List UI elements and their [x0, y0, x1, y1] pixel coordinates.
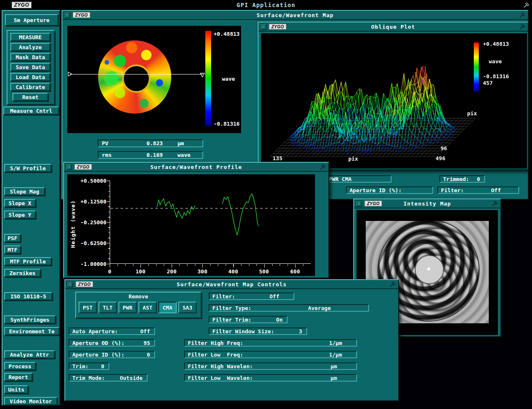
scanline-right-marker[interactable]: [200, 72, 205, 78]
filter-trim-field[interactable]: Filter Trim: On: [209, 316, 288, 323]
phase-map-donut: [98, 40, 171, 114]
trimmed-field[interactable]: Trimmed: 0: [439, 175, 485, 183]
close-icon[interactable]: [64, 12, 70, 18]
zygo-logo: ZYGO: [76, 281, 93, 287]
remove-sa3-button[interactable]: SA3: [178, 302, 197, 313]
pin-icon[interactable]: [492, 201, 498, 206]
filter-type-field[interactable]: Filter Type: Average: [209, 304, 369, 312]
pin-icon[interactable]: [320, 164, 326, 170]
auto-aperture-field[interactable]: Auto Aperture: Off: [69, 327, 155, 335]
map-window-titlebar[interactable]: ZYGO Surface/Wavefront Map: [62, 11, 528, 20]
filter-trim-value: On: [276, 317, 283, 323]
sidebar-item-slope-mag[interactable]: Slope Mag: [4, 187, 45, 196]
aperture-od-label: Aperture OD (%):: [72, 340, 124, 346]
trim-label: Trim:: [72, 363, 89, 369]
aperture-id-field[interactable]: Aperture ID (%): 0: [69, 351, 155, 358]
window-title: Surface/Wavefront Profile: [64, 164, 328, 170]
remove-tlt-button[interactable]: TLT: [99, 302, 117, 313]
sidebar-item-mtf-profile[interactable]: MTF Profile: [4, 257, 52, 265]
x-tick: 0: [101, 268, 118, 275]
load-data-button[interactable]: Load Data: [10, 73, 50, 81]
profile-plot-area: Height (wave) +0.50000 +0.12500 -0.25000…: [67, 174, 315, 276]
trim-mode-field[interactable]: Trim Mode: Outside: [69, 374, 148, 382]
filter-window-size-field[interactable]: Filter Window Size: 3: [209, 327, 307, 335]
sidebar-item-report[interactable]: Report: [4, 373, 32, 381]
zygo-logo[interactable]: ZYGO: [12, 2, 32, 8]
sidebar-item-slope-y[interactable]: Slope Y: [4, 211, 36, 219]
remove-cma-button[interactable]: CMA: [158, 302, 177, 313]
sidebar-item-analyze-attr[interactable]: Analyze Attr: [4, 350, 55, 359]
sidebar-item-mtf[interactable]: MTF: [4, 245, 21, 254]
sidebar-item-process[interactable]: Process: [4, 362, 36, 370]
pin-icon[interactable]: [389, 281, 396, 287]
filter-high-freq-value: 1/µm: [329, 340, 352, 346]
phase-map-plot: +0.48813 wave -0.81316: [67, 26, 241, 133]
sidebar-item-units[interactable]: Units: [4, 385, 28, 394]
filter-low-freq-field[interactable]: Filter Low Freq: 1/µm: [184, 351, 357, 358]
aperture-id-value: 0: [147, 352, 150, 358]
filter-high-wavelen-field[interactable]: Filter High Wavelen: µm: [184, 362, 357, 370]
surface-wavefront-profile-window: ZYGO Surface/Wavefront Profile Height (w…: [63, 162, 329, 278]
pin-icon[interactable]: [519, 12, 526, 18]
pv-label: PV: [102, 140, 132, 146]
intensity-window-titlebar[interactable]: ZYGO Intensity Map: [354, 199, 500, 208]
trim-field[interactable]: Trim: 0: [69, 362, 109, 370]
sm-aperture-button[interactable]: Sm Aperture: [5, 14, 58, 26]
app-titlebar[interactable]: ZYGO GPI Application: [0, 0, 532, 10]
close-icon[interactable]: [260, 24, 266, 30]
sidebar-item-zernikes[interactable]: Zernikes: [4, 269, 41, 277]
pin-icon[interactable]: [523, 2, 530, 8]
removed-terms-field[interactable]: PWR CMA: [325, 175, 392, 183]
close-icon[interactable]: [356, 201, 362, 207]
y-tick: -0.25000: [73, 219, 106, 226]
scanline-left-marker[interactable]: [67, 71, 73, 77]
measure-button[interactable]: MEASURE: [10, 33, 50, 41]
remove-group-label: Remove: [76, 293, 201, 300]
aperture-id-field[interactable]: Aperture ID (%):: [346, 186, 433, 194]
map-filter-label: Filter:: [441, 187, 464, 193]
zygo-logo-text: ZYGO: [14, 2, 29, 8]
calibrate-button[interactable]: Calibrate: [10, 83, 50, 91]
pin-icon[interactable]: [519, 24, 526, 30]
oblique-window-titlebar[interactable]: ZYGO Oblique Plot: [259, 22, 528, 32]
depth-axis-label: pix: [467, 110, 477, 117]
sidebar-item-iso-10110-5[interactable]: ISO 10110-5: [4, 292, 52, 300]
sidebar-item-slope-x[interactable]: Slope X: [4, 199, 36, 207]
filter-high-freq-field[interactable]: Filter High Freq: 1/µm: [184, 339, 357, 347]
x-axis-label: pix: [348, 156, 358, 162]
sidebar-item-synthfringes[interactable]: SynthFringes: [4, 315, 56, 324]
zygo-logo-text: ZYGO: [75, 13, 88, 17]
profile-frame: [110, 181, 311, 264]
desktop: ZYGO GPI Application Sm Aperture MEASURE…: [0, 0, 532, 409]
sidebar-item-video-monitor[interactable]: Video Monitor: [4, 397, 57, 405]
analyze-button[interactable]: Analyze: [10, 43, 50, 51]
aperture-od-field[interactable]: Aperture OD (%): 95: [69, 339, 155, 347]
colorbar-max: +0.48813: [214, 31, 240, 37]
x-tick: 400: [225, 268, 241, 275]
sidebar-item-environment[interactable]: Environment Te: [4, 327, 59, 335]
controls-window-titlebar[interactable]: ZYGO Surface/Wavefront Map Controls: [65, 280, 398, 289]
filter-low-wavelen-field[interactable]: Filter Low Wavelen: µm: [184, 374, 357, 382]
profile-window-titlebar[interactable]: ZYGO Surface/Wavefront Profile: [64, 163, 328, 172]
close-icon[interactable]: [66, 164, 72, 170]
sidebar-item-psf[interactable]: PSF: [4, 234, 21, 242]
fringe-center-dot: [427, 268, 430, 270]
zygo-logo: ZYGO: [74, 164, 92, 170]
profile-scanline[interactable]: [70, 74, 203, 74]
sidebar-item-sw-profile[interactable]: S/W Profile: [4, 164, 52, 172]
remove-ast-button[interactable]: AST: [138, 302, 157, 313]
pv-value: 0.823: [132, 140, 177, 146]
mask-data-button[interactable]: Mask Data: [10, 53, 50, 61]
save-data-button[interactable]: Save Data: [10, 63, 50, 71]
sidebar-item-measure-cntrl[interactable]: Measure Cntrl: [3, 107, 59, 115]
x-minor-ticks: [110, 264, 311, 266]
map-filter-field[interactable]: Filter: Off: [437, 186, 519, 194]
colorbar-max: +0.48813: [483, 41, 509, 47]
remove-pst-button[interactable]: PST: [79, 302, 97, 313]
reset-button[interactable]: Reset: [12, 93, 48, 101]
filter-field[interactable]: Filter: Off: [209, 292, 294, 300]
remove-pwr-button[interactable]: PWR: [118, 302, 137, 313]
close-icon[interactable]: [67, 281, 73, 288]
zygo-logo: ZYGO: [269, 24, 286, 30]
y-tick: -0.62500: [73, 240, 106, 246]
